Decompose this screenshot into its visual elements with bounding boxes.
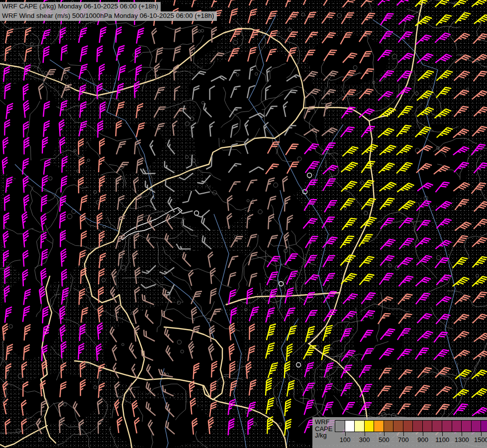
legend-label-line2: CAPE [315, 426, 332, 433]
legend-tick [403, 432, 404, 436]
legend-tick [384, 432, 385, 436]
weather-map: WRF CAPE (J/kg) Monday 06-10-2025 06:00 … [0, 0, 487, 448]
title-wind-shear: WRF Wind shear (m/s) 500/1000hPa Monday … [0, 11, 217, 21]
legend-color-cell [423, 421, 433, 432]
legend-tick [365, 432, 365, 436]
map-canvas [0, 0, 487, 448]
legend-tick-label: 1500 [474, 437, 487, 443]
legend-color-cell [393, 421, 403, 432]
cape-legend: WRF CAPE J/kg 10030050070090011001300150… [312, 417, 487, 448]
legend-color-cell [462, 421, 472, 432]
legend-tick [462, 432, 462, 436]
legend-color-cell [355, 421, 365, 432]
legend-color-cell [432, 421, 442, 432]
legend-color-cell [345, 421, 355, 432]
legend-label: WRF CAPE J/kg [315, 419, 332, 439]
legend-label-line1: WRF [315, 419, 332, 426]
legend-tick [481, 432, 482, 436]
legend-color-cell [335, 421, 345, 432]
legend-color-cell [442, 421, 452, 432]
legend-color-cell [403, 421, 413, 432]
legend-tick-label: 500 [379, 437, 390, 443]
legend-color-cell [413, 421, 423, 432]
legend-tick [423, 432, 423, 436]
legend-tick-label: 300 [359, 437, 370, 443]
legend-tick-label: 1100 [435, 437, 449, 443]
legend-tick [345, 432, 346, 436]
legend-color-cell [481, 421, 487, 432]
title-block: WRF CAPE (J/kg) Monday 06-10-2025 06:00 … [0, 2, 217, 21]
legend-tick-label: 900 [417, 437, 428, 443]
legend-color-cell [472, 421, 482, 432]
legend-color-cell [365, 421, 375, 432]
legend-color-cell [374, 421, 384, 432]
legend-color-cell [384, 421, 394, 432]
title-cape: WRF CAPE (J/kg) Monday 06-10-2025 06:00 … [0, 2, 161, 11]
legend-tick-label: 1300 [455, 437, 469, 443]
legend-tick [442, 432, 443, 436]
legend-color-cell [452, 421, 462, 432]
legend-tick-label: 100 [340, 437, 351, 443]
legend-tick-label: 700 [398, 437, 409, 443]
legend-label-line3: J/kg [315, 432, 332, 439]
legend-colorbar [335, 420, 487, 432]
